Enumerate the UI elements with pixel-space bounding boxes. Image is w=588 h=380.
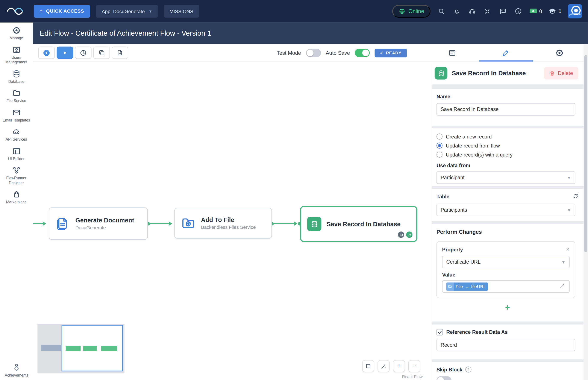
sidebar-item-file-service[interactable]: File Service [1,89,32,103]
node-title: Generate Document [75,217,134,224]
app-selector-button[interactable]: App: DocuGenerate ▼ [96,5,158,18]
react-flow-attribution[interactable]: React Flow [402,374,423,379]
block-name-input[interactable] [437,103,575,116]
sidebar-item-manage[interactable]: Manage [1,26,32,40]
back-button[interactable] [38,47,55,59]
scrollbar-thumb[interactable] [584,55,587,252]
node-add-to-file[interactable]: Add To File Backendless Files Service [174,208,272,239]
reference-result-checkbox[interactable] [437,329,443,335]
chat-icon[interactable] [498,7,507,16]
block-inspector-panel: Save Record In Database Delete Name Crea… [432,62,584,380]
menu-icon: ≡ [40,9,43,14]
online-status-button[interactable]: Online [392,5,430,18]
export-button[interactable] [112,47,128,59]
use-data-from-dropdown[interactable]: Participant ▼ [437,171,575,184]
reference-name-input[interactable] [437,339,575,351]
page-header: Edit Flow - Certificate of Achievement F… [33,22,588,44]
info-icon[interactable] [514,7,523,16]
sidebar-item-users-management[interactable]: Users Management [1,45,32,65]
node-subtitle: DocuGenerate [75,225,134,230]
medal-icon [12,363,21,371]
clock-icon [79,49,87,57]
remove-property-button[interactable]: × [566,246,570,253]
sidebar-item-marketplace[interactable]: Marketplace [1,190,32,205]
slack-icon[interactable] [483,7,492,16]
run-flow-button[interactable] [57,47,73,59]
shopping-bag-icon [12,190,20,198]
table-dropdown[interactable]: Participants ▼ [437,204,575,216]
auto-save-toggle[interactable] [355,49,370,57]
node-subtitle: Backendless Files Service [201,225,256,230]
missions-count-label: 0 [559,8,561,14]
test-mode-toggle[interactable] [306,49,321,57]
node-save-record-in-database[interactable]: Save Record In Database [300,206,417,242]
sidebar-item-email-templates[interactable]: Email Templates [1,108,32,123]
auto-layout-button[interactable] [378,360,390,372]
skip-block-toggle[interactable] [437,376,452,380]
file-chip-icon [446,282,454,290]
zoom-in-button[interactable]: + [393,360,405,372]
value-input-box[interactable]: File → fileURL [442,280,570,293]
duplicate-button[interactable] [93,47,110,59]
radio-update-records-with-query[interactable]: Update record(s) with a query [437,150,513,159]
quick-access-button[interactable]: ≡ QUICK ACCESS [34,5,90,18]
missions-progress-counter[interactable]: 0 [549,8,561,15]
panel-scrollbar[interactable] [584,44,588,380]
value-logic-button[interactable] [559,283,566,290]
export-file-icon [116,49,124,56]
add-property-button[interactable]: + [432,303,584,312]
magic-wand-icon [559,283,566,289]
media-badge-icon [398,231,404,238]
minimap-node [101,346,117,351]
help-icon[interactable]: ? [465,366,472,373]
sidebar-item-flowrunner-designer[interactable]: FlowRunner Designer [1,166,32,185]
radio-create-new-record[interactable]: Create a new record [437,132,492,141]
missions-button[interactable]: MISSIONS [164,5,199,18]
sidebar-item-api-services[interactable]: API Services [1,128,32,142]
list-icon [448,49,456,57]
support-headset-icon[interactable] [468,7,477,16]
gear-icon [12,26,20,34]
test-mode-label: Test Mode [277,50,301,56]
flow-canvas[interactable]: Generate Document DocuGenerate Add To Fi… [33,62,432,380]
notifications-bell-icon[interactable] [452,7,461,16]
database-icon [12,70,20,78]
tab-settings[interactable] [548,45,571,60]
edge-arrow-icon [169,221,172,226]
canvas-controls: + − [362,360,420,372]
sidebar-item-achievements[interactable]: Achievements [1,363,32,378]
property-dropdown[interactable]: Certificate URL ▼ [442,256,570,268]
bucks-counter[interactable]: 0 [529,8,542,15]
link-badge-icon [406,231,412,238]
delete-block-button[interactable]: Delete [544,67,578,79]
online-label: Online [408,8,424,14]
edge-trigger-to-generate [33,223,43,224]
search-icon[interactable] [437,7,446,16]
quick-access-label: QUICK ACCESS [46,9,84,14]
app-window: ≡ QUICK ACCESS App: DocuGenerate ▼ MISSI… [0,0,588,380]
app-avatar[interactable] [568,4,582,18]
minus-icon: − [412,362,416,370]
value-reference-chip[interactable]: File → fileURL [446,282,488,290]
folder-icon [12,89,20,97]
sidebar-item-database[interactable]: Database [1,70,32,84]
name-label: Name [437,94,579,99]
radio-icon [437,133,442,140]
mode-controls: Test Mode Auto Save ✓ READY [277,44,407,62]
app-selector-label: App: DocuGenerate [102,8,145,14]
node-title: Add To File [201,216,256,224]
backendless-logo-icon[interactable] [6,5,28,18]
radio-update-record-from-flow[interactable]: Update record from flow [437,141,500,150]
node-badges [398,231,412,238]
envelope-icon [12,108,20,116]
tab-logs[interactable] [441,45,463,60]
minimap[interactable] [37,324,125,373]
node-generate-document[interactable]: Generate Document DocuGenerate [49,207,148,240]
plus-icon: + [397,362,401,370]
history-button[interactable] [75,47,92,59]
fit-view-button[interactable] [362,360,374,372]
sidebar-item-ui-builder[interactable]: UI Builder [1,147,32,161]
tab-edit-active[interactable] [495,45,517,60]
zoom-out-button[interactable]: − [408,360,420,372]
refresh-tables-button[interactable] [572,193,579,200]
